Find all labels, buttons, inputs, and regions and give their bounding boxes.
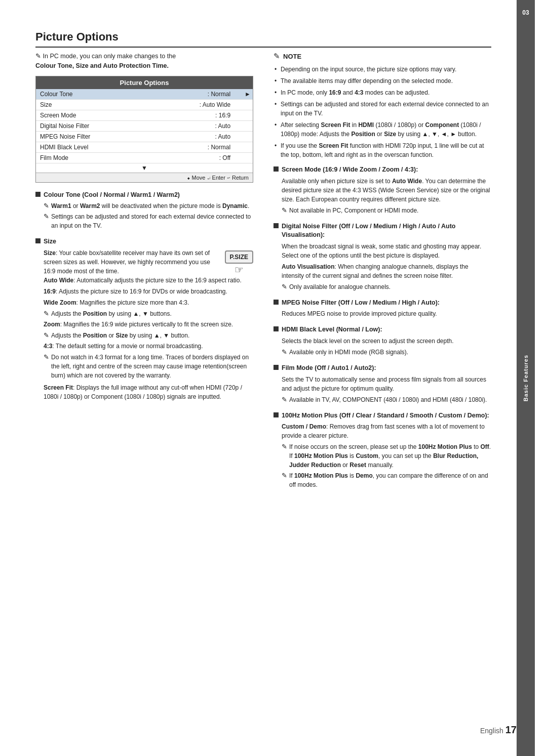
film-mode-note: ✎ Available in TV, AV, COMPONENT (480i /… bbox=[274, 395, 491, 404]
bullet-icon bbox=[274, 412, 279, 417]
colour-tone-title: Colour Tone (Cool / Normal / Warm1 / War… bbox=[44, 191, 180, 200]
table-cell-value: : 16:9 bbox=[151, 110, 241, 120]
table-row: Digital Noise Filter : Auto bbox=[36, 120, 253, 131]
table-cell-label: HDMI Black Level bbox=[36, 142, 151, 152]
section-mpeg-noise: MPEG Noise Filter (Off / Low / Medium / … bbox=[274, 299, 491, 319]
bullet-icon bbox=[274, 223, 279, 228]
zoom-note: ✎ Adjusts the Position or Size by using … bbox=[35, 331, 253, 340]
pencil-icon: ✎ bbox=[282, 206, 287, 215]
pencil-icon: ✎ bbox=[44, 309, 49, 318]
table-cell-arrow bbox=[241, 110, 253, 120]
section-colour-tone: Colour Tone (Cool / Normal / Warm1 / War… bbox=[35, 191, 253, 231]
hand-icon: ☞ bbox=[225, 264, 253, 276]
pencil-icon: ✎ bbox=[44, 212, 49, 221]
wide-zoom-note: ✎ Adjusts the Position by using ▲, ▼ but… bbox=[35, 309, 253, 318]
intro-bold: Colour Tone, Size and Auto Protection Ti… bbox=[35, 62, 169, 69]
note-item: Settings can be adjusted and stored for … bbox=[274, 100, 491, 118]
4-3-note: ✎ Do not watch in 4:3 format for a long … bbox=[35, 353, 253, 380]
psize-button: P.SIZE bbox=[225, 250, 253, 264]
pencil-icon: ✎ bbox=[282, 395, 287, 404]
side-tab: 03 Basic Features bbox=[517, 0, 535, 756]
section-film-mode: Film Mode (Off / Auto1 / Auto2): Sets th… bbox=[274, 364, 491, 404]
table-row: HDMI Black Level : Normal bbox=[36, 142, 253, 152]
table-row: Colour Tone : Normal ► bbox=[36, 89, 253, 100]
footer-page-number: 17 bbox=[505, 724, 517, 735]
footer-page: English 17 bbox=[480, 724, 517, 736]
pencil-icon: ✎ bbox=[44, 201, 49, 211]
left-column: ✎ In PC mode, you can only make changes … bbox=[35, 52, 253, 496]
table-row: Film Mode : Off bbox=[36, 152, 253, 163]
table-cell-arrow bbox=[241, 120, 253, 131]
digital-noise-note: ✎ Only available for analogue channels. bbox=[274, 282, 491, 291]
mpeg-noise-title: MPEG Noise Filter (Off / Low / Medium / … bbox=[282, 299, 440, 308]
note-item: If you use the Screen Fit function with … bbox=[274, 141, 491, 159]
table-cell-arrow: ► bbox=[241, 89, 253, 100]
table-row-more: ▼ bbox=[36, 163, 253, 173]
table-cell-label: Colour Tone bbox=[36, 89, 151, 100]
table-row: MPEG Noise Filter : Auto bbox=[36, 131, 253, 142]
table-title: Picture Options bbox=[36, 76, 253, 89]
pencil-icon: ✎ bbox=[35, 53, 41, 60]
note-item: Depending on the input source, the pictu… bbox=[274, 65, 491, 74]
side-tab-number: 03 bbox=[522, 9, 529, 16]
note-header: ✎ NOTE bbox=[274, 52, 491, 61]
pencil-icon: ✎ bbox=[282, 348, 287, 357]
screen-mode-note: ✎ Not available in PC, Component or HDMI… bbox=[274, 206, 491, 215]
section-100hz: 100Hz Motion Plus (Off / Clear / Standar… bbox=[274, 411, 491, 490]
pencil-icon: ✎ bbox=[282, 282, 287, 291]
table-cell-arrow bbox=[241, 99, 253, 110]
intro-text: ✎ In PC mode, you can only make changes … bbox=[35, 52, 253, 71]
table-cell-value: : Auto bbox=[151, 120, 241, 131]
size-title: Size bbox=[44, 237, 56, 246]
colour-tone-note2: ✎ Settings can be adjusted and stored fo… bbox=[35, 212, 253, 230]
right-column: ✎ NOTE Depending on the input source, th… bbox=[274, 52, 491, 496]
side-tab-label: Basic Features bbox=[523, 355, 529, 401]
table-cell-value: : Auto Wide bbox=[151, 99, 241, 110]
table-cell-value: : Off bbox=[151, 152, 241, 163]
table-more-arrow: ▼ bbox=[36, 163, 253, 173]
note-title: NOTE bbox=[283, 53, 301, 60]
note-pencil-icon: ✎ bbox=[274, 52, 280, 61]
section-hdmi-black: HDMI Black Level (Normal / Low): Selects… bbox=[274, 325, 491, 357]
table-nav: ⬥ Move ↵ Enter ↩ Return bbox=[36, 173, 253, 182]
table-cell-value: : Auto bbox=[151, 131, 241, 142]
section-screen-mode: Screen Mode (16:9 / Wide Zoom / Zoom / 4… bbox=[274, 165, 491, 215]
colour-tone-note1: ✎ Warm1 or Warm2 will be deactivated whe… bbox=[35, 201, 253, 211]
note-list: Depending on the input source, the pictu… bbox=[274, 65, 491, 159]
hdmi-black-title: HDMI Black Level (Normal / Low): bbox=[282, 325, 382, 334]
table-cell-label: Digital Noise Filter bbox=[36, 120, 151, 131]
table-cell-label: Size bbox=[36, 99, 151, 110]
table-cell-arrow bbox=[241, 152, 253, 163]
100hz-note2: ✎ If 100Hz Motion Plus is Demo, you can … bbox=[274, 471, 491, 489]
section-digital-noise: Digital Noise Filter (Off / Low / Medium… bbox=[274, 222, 491, 291]
table-cell-label: MPEG Noise Filter bbox=[36, 131, 151, 142]
bullet-icon bbox=[274, 326, 279, 331]
pencil-icon: ✎ bbox=[44, 331, 49, 340]
bullet-icon bbox=[274, 300, 279, 305]
digital-noise-title: Digital Noise Filter (Off / Low / Medium… bbox=[282, 222, 491, 240]
table-cell-arrow bbox=[241, 142, 253, 152]
table-row: Size : Auto Wide bbox=[36, 99, 253, 110]
footer-label: English bbox=[480, 727, 503, 735]
bullet-icon bbox=[35, 238, 41, 243]
table-cell-value: : Normal bbox=[151, 89, 241, 100]
note-item: The available items may differ depending… bbox=[274, 76, 491, 86]
film-mode-title: Film Mode (Off / Auto1 / Auto2): bbox=[282, 364, 376, 373]
screen-mode-title: Screen Mode (16:9 / Wide Zoom / Zoom / 4… bbox=[282, 165, 418, 175]
table-nav-text: ⬥ Move ↵ Enter ↩ Return bbox=[187, 175, 249, 181]
pencil-icon: ✎ bbox=[282, 471, 287, 480]
table-cell-label: Film Mode bbox=[36, 152, 151, 163]
note-item: In PC mode, only 16:9 and 4:3 modes can … bbox=[274, 88, 491, 97]
section-size: Size Size: Your cable box/satellite rece… bbox=[35, 237, 253, 401]
table-row: Screen Mode : 16:9 bbox=[36, 110, 253, 120]
bullet-icon bbox=[274, 166, 279, 172]
100hz-note1: ✎ If noise occurs on the screen, please … bbox=[274, 442, 491, 470]
size-body: Size: Your cable box/satellite receiver … bbox=[35, 248, 253, 276]
pencil-icon: ✎ bbox=[282, 442, 287, 451]
table-cell-label: Screen Mode bbox=[36, 110, 151, 120]
picture-options-table: Picture Options Colour Tone : Normal ► S… bbox=[35, 76, 253, 183]
note-item: After selecting Screen Fit in HDMI (1080… bbox=[274, 120, 491, 139]
table-cell-arrow bbox=[241, 131, 253, 142]
100hz-title: 100Hz Motion Plus (Off / Clear / Standar… bbox=[282, 411, 489, 421]
pencil-icon: ✎ bbox=[44, 353, 49, 362]
